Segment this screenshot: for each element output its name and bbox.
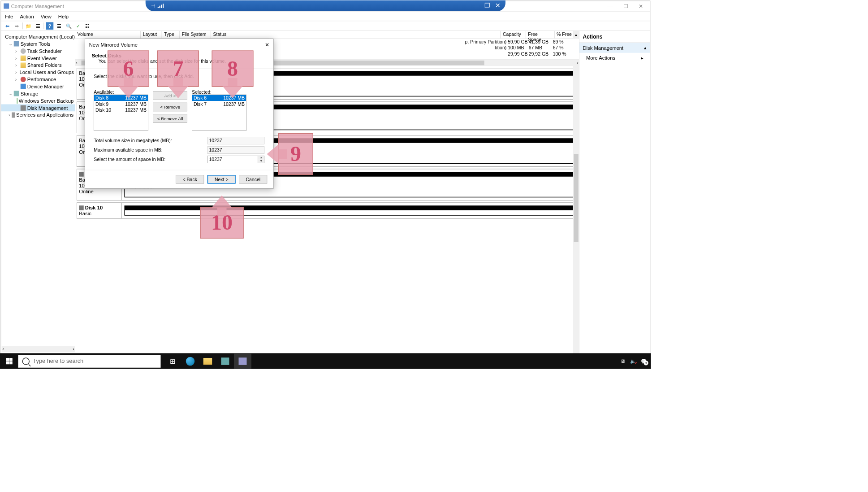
menu-action[interactable]: Action — [20, 13, 34, 19]
total-size-label: Total volume size in megabytes (MB): — [94, 138, 207, 144]
tree-services[interactable]: ›Services and Applications — [1, 111, 75, 118]
grid-scroll-up[interactable]: ▲ — [573, 31, 579, 39]
dialog-title: New Mirrored Volume — [89, 42, 138, 48]
max-space-value: 10237 — [207, 146, 265, 154]
tree-event-viewer[interactable]: ›Event Viewer — [1, 55, 75, 62]
task-view-icon[interactable]: ⊞ — [164, 353, 181, 369]
amount-spinner[interactable]: ▲▼ — [258, 156, 264, 163]
pin-icon[interactable]: ⊣ — [151, 3, 155, 9]
add-button[interactable]: Add > — [153, 91, 187, 100]
col-free[interactable]: Free Space — [526, 31, 555, 39]
col-fs[interactable]: File System — [180, 31, 211, 39]
menu-file[interactable]: File — [5, 13, 13, 19]
back-button[interactable]: < Back — [176, 175, 204, 184]
tree-wsb[interactable]: Windows Server Backup — [1, 97, 75, 104]
disk-header: Disk 10 Basic — [77, 203, 122, 218]
amount-input[interactable]: 10237 ▲▼ — [207, 156, 265, 163]
tree-performance[interactable]: ›Performance — [1, 76, 75, 83]
minimize-button[interactable]: — — [602, 1, 618, 11]
taskbar: Type here to search ⊞ 🖥 🔈⊘ 💬3 — [0, 353, 651, 369]
spin-up-icon: ▲ — [258, 156, 264, 160]
properties-icon[interactable]: ☰ — [35, 22, 42, 30]
edge-icon[interactable] — [181, 353, 199, 369]
remote-session-bar: ⊣ — ❐ ✕ — [146, 0, 505, 11]
refresh-icon[interactable]: ☰ — [56, 22, 63, 30]
computer-management-icon[interactable] — [234, 353, 251, 369]
selected-label: Selected: — [192, 89, 246, 95]
selected-listbox[interactable]: Disk 610237 MB Disk 710237 MB — [192, 95, 246, 131]
actions-header: Actions — [579, 31, 650, 43]
remove-all-button[interactable]: < Remove All — [153, 114, 187, 123]
signal-icon — [158, 4, 164, 9]
list-item[interactable]: Disk 910237 MB — [94, 101, 148, 107]
menu-view[interactable]: View — [41, 13, 52, 19]
col-layout[interactable]: Layout — [141, 31, 162, 39]
dialog-close-icon[interactable]: ✕ — [265, 42, 269, 48]
taskbar-search[interactable]: Type here to search — [18, 355, 161, 368]
toolbar: ⬅ ➡ 📁 ☰ ? ☰ 🔍 ✓ ☷ — [1, 21, 650, 31]
collapse-icon: ▴ — [644, 45, 647, 51]
folder-up-icon[interactable]: 📁 — [25, 22, 33, 30]
tree-task-scheduler[interactable]: ›Task Scheduler — [1, 48, 75, 55]
tree-disk-management[interactable]: Disk Management — [1, 104, 75, 112]
col-status[interactable]: Status — [211, 31, 501, 39]
disk-row-10[interactable]: Disk 10 Basic — [77, 203, 578, 219]
tree-device-manager[interactable]: Device Manager — [1, 83, 75, 90]
dialog-heading: Select Disks — [92, 53, 121, 59]
search-icon — [22, 357, 30, 365]
spin-down-icon: ▼ — [258, 160, 264, 163]
total-size-value: 10237 — [207, 137, 265, 144]
list-icon[interactable]: ☷ — [84, 22, 91, 30]
chevron-right-icon: ▸ — [641, 55, 643, 61]
volume-grid-header: Volume Layout Type File System Status Ca… — [75, 31, 579, 39]
search-icon[interactable]: 🔍 — [65, 22, 73, 30]
dialog-instruction: Select the disks you want to use, then c… — [94, 74, 264, 79]
col-volume[interactable]: Volume — [75, 31, 141, 39]
tree-root[interactable]: Computer Management (Local) — [1, 33, 75, 40]
check-icon[interactable]: ✓ — [74, 22, 82, 30]
list-item[interactable]: Disk 810237 MB — [94, 95, 148, 101]
window-buttons: — ☐ ✕ — [602, 1, 649, 11]
tray-notifications-icon[interactable]: 💬3 — [641, 358, 647, 364]
disk-vscroll[interactable] — [573, 66, 579, 360]
list-item[interactable]: Disk 1010237 MB — [94, 107, 148, 113]
new-mirrored-volume-dialog: New Mirrored Volume ✕ Select Disks You c… — [85, 39, 274, 189]
available-listbox[interactable]: Disk 810237 MB Disk 910237 MB Disk 10102… — [94, 95, 148, 131]
col-type[interactable]: Type — [162, 31, 180, 39]
list-item[interactable]: Disk 710237 MB — [192, 101, 246, 107]
menu-help[interactable]: Help — [58, 13, 69, 19]
available-label: Available: — [94, 89, 148, 95]
session-restore[interactable]: ❐ — [484, 2, 490, 10]
session-minimize[interactable]: — — [473, 2, 479, 10]
session-close[interactable]: ✕ — [495, 2, 500, 10]
back-icon[interactable]: ⬅ — [4, 22, 11, 30]
tree-system-tools[interactable]: ⌄System Tools — [1, 40, 75, 48]
start-button[interactable] — [0, 353, 18, 369]
window-title: Computer Management — [11, 3, 64, 9]
forward-icon[interactable]: ➡ — [13, 22, 21, 30]
tree-shared-folders[interactable]: ›Shared Folders — [1, 61, 75, 69]
remove-button[interactable]: < Remove — [153, 103, 187, 112]
disk-volume[interactable] — [125, 205, 575, 216]
cancel-button[interactable]: Cancel — [239, 175, 267, 184]
tray-volume-icon[interactable]: 🔈⊘ — [630, 358, 636, 364]
tree-storage[interactable]: ⌄Storage — [1, 90, 75, 97]
server-manager-icon[interactable] — [216, 353, 234, 369]
col-capacity[interactable]: Capacity — [501, 31, 526, 39]
close-button[interactable]: ✕ — [633, 1, 649, 11]
tree-hscroll[interactable]: ‹› — [2, 346, 75, 352]
help-icon[interactable]: ? — [46, 22, 54, 30]
maximize-button[interactable]: ☐ — [618, 1, 634, 11]
list-item[interactable]: Disk 610237 MB — [192, 95, 246, 101]
tree-local-users[interactable]: ›Local Users and Groups — [1, 69, 75, 76]
actions-more[interactable]: More Actions▸ — [579, 53, 650, 63]
actions-disk-management[interactable]: Disk Management▴ — [579, 43, 650, 53]
max-space-label: Maximum available space in MB: — [94, 148, 207, 153]
file-explorer-icon[interactable] — [199, 353, 216, 369]
next-button[interactable]: Next > — [207, 175, 236, 184]
dialog-subheading: You can select the disks and set the dis… — [92, 59, 226, 64]
actions-pane: Actions Disk Management▴ More Actions▸ — [579, 31, 650, 368]
amount-label: Select the amount of space in MB: — [94, 157, 207, 162]
nav-tree[interactable]: Computer Management (Local) ⌄System Tool… — [1, 31, 75, 368]
tray-display-icon[interactable]: 🖥 — [621, 358, 626, 364]
